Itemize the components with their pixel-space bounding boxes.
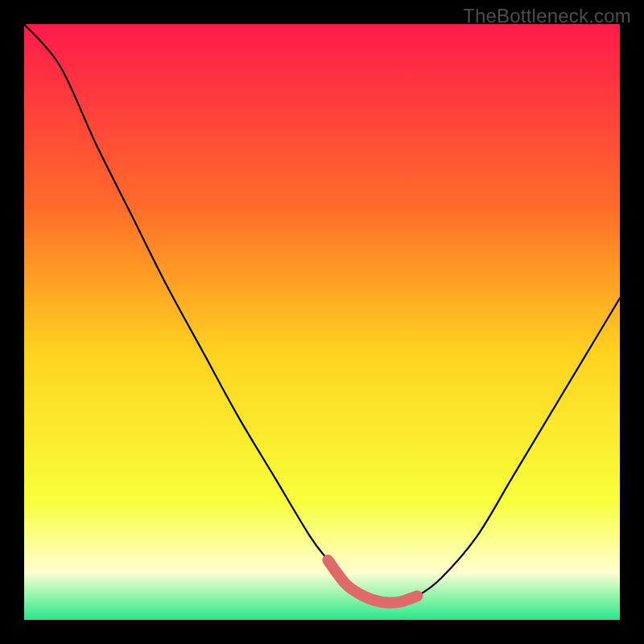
chart-svg <box>24 24 620 620</box>
gradient-background <box>24 24 620 620</box>
plot-area <box>24 24 620 620</box>
chart-frame: TheBottleneck.com <box>0 0 644 644</box>
